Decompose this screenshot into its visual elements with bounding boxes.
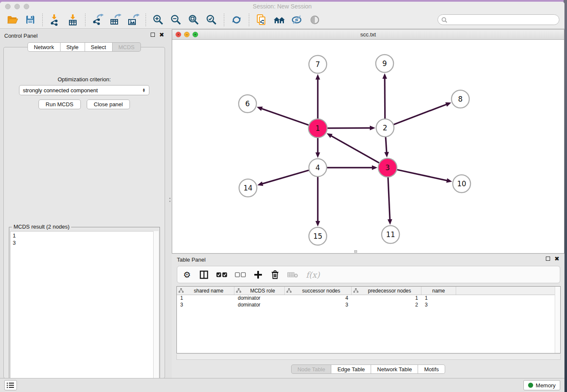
column-header-successor-nodes[interactable]: successor nodes	[285, 287, 352, 295]
tab-mcds[interactable]: MCDS	[113, 42, 141, 52]
optimization-criterion-select[interactable]: strongly connected component ▲▼	[19, 85, 149, 95]
table-cell: 3	[285, 302, 352, 309]
table-cell: 1	[421, 295, 456, 302]
network-splitter-handle[interactable]	[354, 250, 357, 253]
toolbar-separator	[146, 14, 146, 26]
app-window: Session: New Session	[0, 2, 564, 392]
graph-edge-arrowhead	[372, 166, 377, 170]
column-header-MCDS-role[interactable]: MCDS role	[234, 287, 285, 295]
save-session-icon[interactable]	[23, 13, 37, 27]
close-table-panel-icon[interactable]: ✖	[554, 257, 559, 261]
network-graph: 1234678910111415	[172, 40, 564, 253]
first-neighbors-icon[interactable]	[272, 13, 286, 27]
table-cell: 1	[177, 295, 234, 302]
column-header-shared-name[interactable]: shared name	[177, 287, 234, 295]
window-titlebar: Session: New Session	[0, 2, 564, 11]
graph-node-label: 9	[383, 59, 387, 68]
column-header-predecessor-nodes[interactable]: predecessor nodes	[352, 287, 421, 295]
network-window-titlebar: ✕ − + scc.txt	[172, 30, 564, 40]
graph-edge-2-9[interactable]	[385, 77, 385, 119]
tab-select[interactable]: Select	[85, 42, 113, 52]
open-session-icon[interactable]	[5, 13, 19, 27]
table-panel: Table Panel ✖ ⚙	[172, 254, 564, 380]
graph-edge-2-8[interactable]	[394, 104, 448, 124]
clone-network-icon[interactable]	[254, 13, 269, 27]
toggle-visibility-icon[interactable]	[308, 13, 322, 27]
graph-edge-arrowhead	[257, 107, 263, 111]
memory-label: Memory	[536, 382, 556, 389]
graph-node-label: 4	[316, 163, 320, 172]
task-history-button[interactable]	[4, 380, 17, 390]
column-header-label: name	[423, 288, 454, 294]
graph-edge-2-3[interactable]	[385, 137, 386, 153]
column-header-label: predecessor nodes	[360, 288, 419, 294]
table-scrollbar[interactable]	[555, 287, 560, 353]
zoom-in-icon[interactable]	[151, 13, 165, 27]
run-mcds-button[interactable]: Run MCDS	[39, 99, 81, 109]
column-layout-icon[interactable]	[199, 269, 209, 280]
zoom-out-icon[interactable]	[169, 13, 183, 27]
graph-edge-3-1[interactable]	[330, 135, 379, 163]
float-table-panel-icon[interactable]	[546, 257, 550, 261]
graph-node-label: 11	[386, 230, 395, 239]
table-row[interactable]: 3dominator323	[177, 302, 560, 309]
function-builder-icon: f(x)	[306, 269, 320, 280]
select-stepper-icon: ▲▼	[142, 88, 146, 92]
refresh-view-icon[interactable]	[229, 13, 244, 27]
panel-splitter[interactable]	[169, 194, 171, 205]
mcds-result-text[interactable]: 1 3	[10, 231, 159, 388]
zoom-selected-icon[interactable]	[204, 13, 219, 27]
graph-node-label: 10	[457, 179, 466, 188]
export-image-icon[interactable]	[126, 13, 140, 27]
import-network-icon[interactable]	[48, 13, 62, 27]
table-row[interactable]: 1dominator411	[177, 295, 560, 302]
float-panel-icon[interactable]	[151, 33, 155, 37]
graph-edge-arrowhead	[384, 152, 389, 157]
close-panel-icon[interactable]: ✖	[159, 33, 164, 37]
mcds-result-scrollbar[interactable]	[153, 231, 159, 388]
optimization-criterion-value: strongly connected component	[23, 87, 142, 94]
memory-button[interactable]: Memory	[523, 380, 560, 390]
graph-node-label: 1	[316, 124, 320, 133]
delete-column-icon[interactable]	[270, 269, 280, 280]
tab-node-table[interactable]: Node Table	[291, 364, 332, 374]
export-table-icon[interactable]	[108, 13, 123, 27]
table-hscrollbar[interactable]	[176, 354, 561, 360]
tab-style[interactable]: Style	[61, 42, 85, 52]
import-table-icon[interactable]	[66, 13, 80, 27]
table-cell: 1	[352, 295, 421, 302]
table-options-icon[interactable]: ⚙	[182, 269, 192, 280]
graph-edge-4-14[interactable]	[261, 170, 309, 184]
tab-edge-table[interactable]: Edge Table	[331, 364, 371, 374]
search-icon	[441, 17, 447, 23]
graph-node-label: 2	[383, 124, 388, 132]
graph-edge-arrowhead	[445, 102, 451, 107]
network-canvas[interactable]: 1234678910111415	[172, 40, 564, 253]
delete-table-icon	[287, 269, 298, 280]
table-panel-title: Table Panel	[177, 257, 206, 263]
mcds-result-legend: MCDS result (2 nodes)	[12, 224, 71, 230]
control-panel: Control Panel ✖ Network Style Select MCD…	[0, 30, 168, 378]
optimization-criterion-label: Optimization criterion:	[4, 76, 165, 83]
graph-edge-3-11[interactable]	[388, 177, 390, 221]
deselect-all-icon[interactable]	[235, 269, 246, 280]
export-network-icon[interactable]	[91, 13, 105, 27]
zoom-fit-icon[interactable]	[187, 13, 201, 27]
graph-edge-arrowhead	[383, 73, 387, 79]
control-panel-title: Control Panel	[4, 33, 38, 39]
toggle-style-icon[interactable]	[290, 13, 304, 27]
graph-edge-arrowhead	[388, 219, 392, 225]
tab-network-table[interactable]: Network Table	[371, 364, 418, 374]
tab-motifs[interactable]: Motifs	[418, 364, 445, 374]
graph-edge-1-2[interactable]	[328, 128, 371, 128]
select-all-icon[interactable]	[216, 269, 227, 280]
search-input[interactable]	[449, 17, 559, 23]
mcds-panel-body: Optimization criterion: strongly connect…	[3, 47, 165, 378]
node-table: shared nameMCDS rolesuccessor nodesprede…	[176, 286, 561, 353]
close-panel-button[interactable]: Close panel	[87, 99, 130, 109]
graph-edge-1-6[interactable]	[261, 108, 308, 125]
column-header-name[interactable]: name	[421, 287, 456, 295]
tab-network[interactable]: Network	[28, 42, 61, 52]
add-column-icon[interactable]	[253, 269, 263, 280]
graph-edge-3-10[interactable]	[397, 170, 448, 181]
